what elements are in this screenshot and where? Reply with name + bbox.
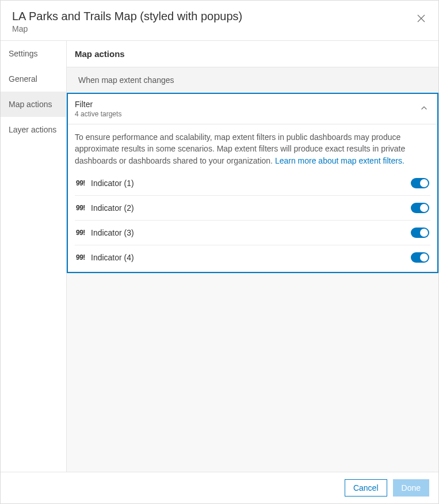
target-toggle[interactable] — [411, 228, 429, 238]
target-row: 99! Indicator (3) — [75, 221, 430, 245]
target-label: Indicator (1) — [89, 179, 411, 188]
dialog-title: LA Parks and Trails Map (styled with pop… — [12, 10, 415, 23]
dialog-body: Settings General Map actions Layer actio… — [1, 41, 438, 472]
close-icon — [417, 14, 426, 25]
trigger-bar: When map extent changes — [67, 67, 438, 93]
indicator-icon: 99! — [76, 179, 89, 187]
chevron-up-icon — [420, 104, 428, 114]
sidebar: Settings General Map actions Layer actio… — [1, 41, 67, 472]
tab-settings[interactable]: Settings — [1, 41, 66, 66]
dialog-header: LA Parks and Trails Map (styled with pop… — [1, 1, 438, 41]
tab-map-actions[interactable]: Map actions — [1, 92, 66, 117]
filter-body: To ensure performance and scalability, m… — [68, 124, 437, 272]
main-panel: Map actions When map extent changes Filt… — [67, 41, 438, 472]
dialog-footer: Cancel Done — [1, 472, 438, 503]
filter-notice: To ensure performance and scalability, m… — [75, 131, 430, 166]
filter-title: Filter — [75, 100, 420, 109]
filter-subtitle: 4 active targets — [75, 110, 420, 118]
target-row: 99! Indicator (4) — [75, 245, 430, 270]
done-button[interactable]: Done — [393, 479, 429, 497]
header-text: LA Parks and Trails Map (styled with pop… — [12, 10, 415, 33]
tab-layer-actions[interactable]: Layer actions — [1, 117, 66, 142]
target-toggle[interactable] — [411, 252, 429, 263]
target-toggle[interactable] — [411, 203, 429, 213]
main-title: Map actions — [67, 41, 438, 67]
tab-general[interactable]: General — [1, 66, 66, 92]
dialog-subtitle: Map — [12, 24, 415, 33]
indicator-icon: 99! — [76, 253, 89, 262]
configure-map-dialog: LA Parks and Trails Map (styled with pop… — [0, 0, 439, 504]
target-label: Indicator (3) — [89, 228, 411, 237]
target-row: 99! Indicator (2) — [75, 196, 430, 221]
indicator-icon: 99! — [76, 229, 89, 237]
filter-header[interactable]: Filter 4 active targets — [68, 94, 437, 124]
filter-panel: Filter 4 active targets To ensure perfor… — [67, 93, 438, 273]
indicator-icon: 99! — [76, 204, 89, 212]
content-remainder — [67, 273, 438, 472]
learn-more-link[interactable]: Learn more about map extent filters. — [275, 156, 404, 165]
cancel-button[interactable]: Cancel — [345, 479, 387, 497]
target-label: Indicator (2) — [89, 203, 411, 213]
target-row: 99! Indicator (1) — [75, 171, 430, 196]
target-toggle[interactable] — [411, 178, 429, 188]
close-button[interactable] — [415, 13, 427, 25]
target-label: Indicator (4) — [89, 253, 411, 262]
